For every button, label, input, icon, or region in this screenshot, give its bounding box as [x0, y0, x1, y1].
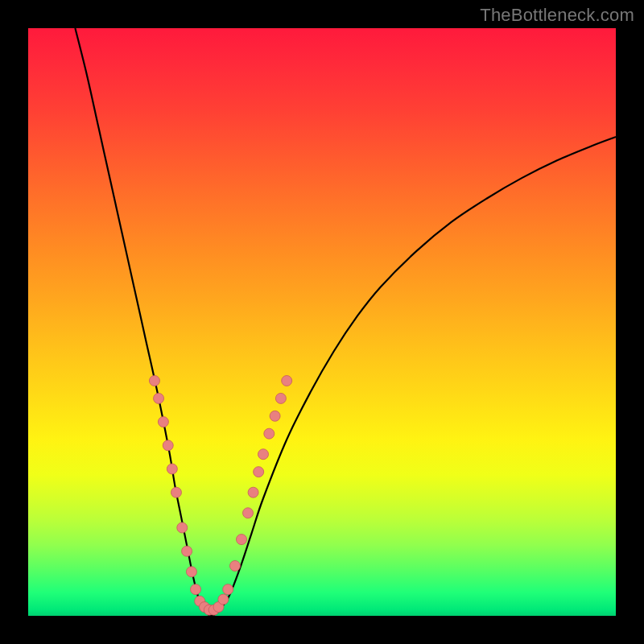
highlight-dot — [218, 594, 229, 605]
chart-container: TheBottleneck.com — [0, 0, 644, 644]
highlight-dot — [264, 428, 275, 439]
highlight-dot — [254, 467, 264, 477]
highlight-dot — [248, 487, 258, 497]
highlight-dot — [154, 393, 164, 403]
highlight-dot — [191, 584, 201, 595]
highlight-dot — [270, 411, 280, 421]
highlight-dot — [223, 584, 233, 595]
highlight-dot — [229, 560, 240, 571]
watermark-text: TheBottleneck.com — [480, 5, 634, 26]
highlight-dot — [258, 449, 269, 460]
highlight-dot — [177, 522, 188, 533]
highlight-dot — [243, 508, 254, 518]
highlight-dot — [236, 535, 246, 545]
highlight-dot — [171, 487, 181, 497]
highlight-dots — [149, 376, 291, 616]
bottleneck-curve — [75, 28, 616, 616]
highlight-dot — [167, 464, 177, 474]
highlight-dot — [282, 376, 292, 386]
highlight-dot — [149, 376, 159, 386]
highlight-dot — [275, 393, 286, 403]
highlight-dot — [186, 567, 196, 577]
highlight-dot — [163, 440, 173, 451]
highlight-dot — [182, 546, 192, 556]
curve-svg — [28, 28, 616, 616]
plot-area — [28, 28, 616, 616]
highlight-dot — [158, 417, 168, 427]
